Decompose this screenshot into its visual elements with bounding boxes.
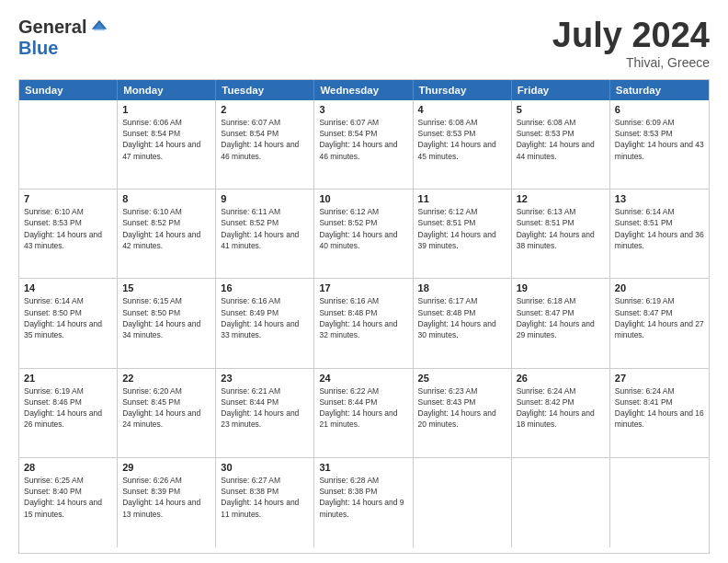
day-info: Sunrise: 6:10 AM Sunset: 8:53 PM Dayligh… [24,206,112,251]
calendar-cell: 25Sunrise: 6:23 AM Sunset: 8:43 PM Dayli… [414,369,512,457]
title-block: July 2024 Thivai, Greece [552,17,710,70]
logo: General Blue [18,17,108,59]
calendar-cell: 11Sunrise: 6:12 AM Sunset: 8:51 PM Dayli… [414,190,512,278]
calendar-cell: 24Sunrise: 6:22 AM Sunset: 8:44 PM Dayli… [314,369,413,457]
calendar-cell: 3Sunrise: 6:07 AM Sunset: 8:54 PM Daylig… [314,100,413,189]
day-number: 1 [122,104,210,115]
header-wednesday: Wednesday [314,80,413,100]
calendar-cell: 22Sunrise: 6:20 AM Sunset: 8:45 PM Dayli… [118,369,216,457]
day-info: Sunrise: 6:24 AM Sunset: 8:42 PM Dayligh… [517,385,605,431]
calendar-row-2: 7Sunrise: 6:10 AM Sunset: 8:53 PM Daylig… [19,190,709,279]
calendar-cell [610,458,709,547]
header-monday: Monday [118,80,216,100]
day-number: 19 [517,282,605,293]
day-info: Sunrise: 6:21 AM Sunset: 8:44 PM Dayligh… [221,385,309,431]
day-number: 28 [24,462,112,473]
day-info: Sunrise: 6:16 AM Sunset: 8:49 PM Dayligh… [221,295,309,340]
day-info: Sunrise: 6:19 AM Sunset: 8:47 PM Dayligh… [615,295,704,340]
day-number: 3 [319,104,407,115]
day-info: Sunrise: 6:17 AM Sunset: 8:48 PM Dayligh… [418,295,506,340]
calendar-cell: 13Sunrise: 6:14 AM Sunset: 8:51 PM Dayli… [610,190,709,278]
calendar-cell [414,458,512,547]
day-info: Sunrise: 6:22 AM Sunset: 8:44 PM Dayligh… [319,385,407,431]
calendar-cell: 19Sunrise: 6:18 AM Sunset: 8:47 PM Dayli… [512,279,610,367]
day-number: 21 [24,373,112,384]
day-info: Sunrise: 6:14 AM Sunset: 8:51 PM Dayligh… [615,206,704,251]
calendar-cell: 2Sunrise: 6:07 AM Sunset: 8:54 PM Daylig… [216,100,314,189]
calendar-cell: 20Sunrise: 6:19 AM Sunset: 8:47 PM Dayli… [610,279,709,367]
calendar-cell: 5Sunrise: 6:08 AM Sunset: 8:53 PM Daylig… [512,100,610,189]
day-info: Sunrise: 6:12 AM Sunset: 8:52 PM Dayligh… [319,206,407,251]
day-info: Sunrise: 6:25 AM Sunset: 8:40 PM Dayligh… [24,475,112,520]
calendar-cell: 23Sunrise: 6:21 AM Sunset: 8:44 PM Dayli… [216,369,314,457]
day-info: Sunrise: 6:08 AM Sunset: 8:53 PM Dayligh… [418,117,506,162]
day-info: Sunrise: 6:07 AM Sunset: 8:54 PM Dayligh… [319,117,407,162]
logo-icon [90,18,108,37]
day-info: Sunrise: 6:28 AM Sunset: 8:38 PM Dayligh… [319,475,407,520]
day-number: 20 [615,282,704,293]
day-number: 15 [122,282,210,293]
day-info: Sunrise: 6:12 AM Sunset: 8:51 PM Dayligh… [418,206,506,251]
day-info: Sunrise: 6:14 AM Sunset: 8:50 PM Dayligh… [24,295,112,340]
day-number: 25 [418,373,506,384]
calendar-row-5: 28Sunrise: 6:25 AM Sunset: 8:40 PM Dayli… [19,458,709,547]
header-sunday: Sunday [19,80,118,100]
calendar-cell: 16Sunrise: 6:16 AM Sunset: 8:49 PM Dayli… [216,279,314,367]
calendar: Sunday Monday Tuesday Wednesday Thursday… [18,79,710,554]
day-info: Sunrise: 6:19 AM Sunset: 8:46 PM Dayligh… [24,385,112,431]
calendar-row-1: 1Sunrise: 6:06 AM Sunset: 8:54 PM Daylig… [19,100,709,190]
calendar-cell: 7Sunrise: 6:10 AM Sunset: 8:53 PM Daylig… [19,190,118,278]
calendar-cell: 6Sunrise: 6:09 AM Sunset: 8:53 PM Daylig… [610,100,709,189]
calendar-cell: 8Sunrise: 6:10 AM Sunset: 8:52 PM Daylig… [118,190,216,278]
header-friday: Friday [512,80,610,100]
calendar-cell: 9Sunrise: 6:11 AM Sunset: 8:52 PM Daylig… [216,190,314,278]
day-info: Sunrise: 6:11 AM Sunset: 8:52 PM Dayligh… [221,206,309,251]
day-number: 11 [418,193,506,204]
calendar-cell: 4Sunrise: 6:08 AM Sunset: 8:53 PM Daylig… [414,100,512,189]
day-number: 14 [24,282,112,293]
day-number: 2 [221,104,309,115]
day-info: Sunrise: 6:23 AM Sunset: 8:43 PM Dayligh… [418,385,506,431]
calendar-cell: 15Sunrise: 6:15 AM Sunset: 8:50 PM Dayli… [118,279,216,367]
calendar-cell: 26Sunrise: 6:24 AM Sunset: 8:42 PM Dayli… [512,369,610,457]
day-number: 4 [418,104,506,115]
day-number: 17 [319,282,407,293]
day-number: 16 [221,282,309,293]
header: General Blue July 2024 Thivai, Greece [18,17,710,70]
day-number: 24 [319,373,407,384]
calendar-cell: 30Sunrise: 6:27 AM Sunset: 8:38 PM Dayli… [216,458,314,547]
day-number: 29 [122,462,210,473]
day-number: 30 [221,462,309,473]
day-info: Sunrise: 6:24 AM Sunset: 8:41 PM Dayligh… [615,385,704,431]
calendar-cell: 28Sunrise: 6:25 AM Sunset: 8:40 PM Dayli… [19,458,118,547]
day-info: Sunrise: 6:20 AM Sunset: 8:45 PM Dayligh… [122,385,210,431]
calendar-cell: 18Sunrise: 6:17 AM Sunset: 8:48 PM Dayli… [414,279,512,367]
calendar-header: Sunday Monday Tuesday Wednesday Thursday… [19,80,709,100]
header-thursday: Thursday [414,80,512,100]
day-info: Sunrise: 6:13 AM Sunset: 8:51 PM Dayligh… [517,206,605,251]
day-number: 7 [24,193,112,204]
day-info: Sunrise: 6:27 AM Sunset: 8:38 PM Dayligh… [221,475,309,520]
calendar-cell: 21Sunrise: 6:19 AM Sunset: 8:46 PM Dayli… [19,369,118,457]
calendar-cell: 12Sunrise: 6:13 AM Sunset: 8:51 PM Dayli… [512,190,610,278]
day-number: 8 [122,193,210,204]
page: General Blue July 2024 Thivai, Greece Su… [0,0,728,563]
day-number: 13 [615,193,704,204]
day-number: 18 [418,282,506,293]
day-number: 12 [517,193,605,204]
day-info: Sunrise: 6:09 AM Sunset: 8:53 PM Dayligh… [615,117,704,162]
day-number: 5 [517,104,605,115]
day-info: Sunrise: 6:10 AM Sunset: 8:52 PM Dayligh… [122,206,210,251]
day-number: 10 [319,193,407,204]
day-info: Sunrise: 6:08 AM Sunset: 8:53 PM Dayligh… [517,117,605,162]
calendar-cell: 14Sunrise: 6:14 AM Sunset: 8:50 PM Dayli… [19,279,118,367]
location-subtitle: Thivai, Greece [552,55,710,70]
month-title: July 2024 [552,17,710,55]
calendar-body: 1Sunrise: 6:06 AM Sunset: 8:54 PM Daylig… [19,100,709,547]
header-tuesday: Tuesday [216,80,314,100]
calendar-cell: 31Sunrise: 6:28 AM Sunset: 8:38 PM Dayli… [314,458,413,547]
day-info: Sunrise: 6:07 AM Sunset: 8:54 PM Dayligh… [221,117,309,162]
day-number: 9 [221,193,309,204]
day-info: Sunrise: 6:06 AM Sunset: 8:54 PM Dayligh… [122,117,210,162]
calendar-cell: 17Sunrise: 6:16 AM Sunset: 8:48 PM Dayli… [314,279,413,367]
